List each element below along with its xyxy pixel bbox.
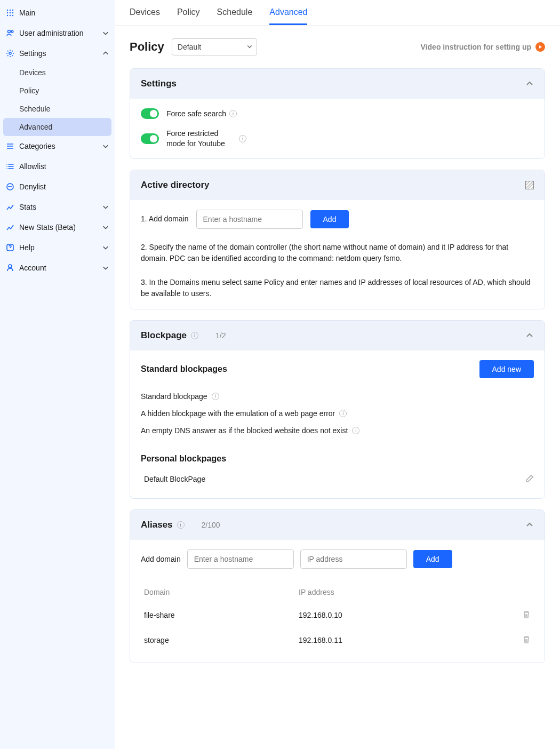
sidebar-item-label: Allowlist xyxy=(19,162,109,171)
panel-ad-header[interactable]: Active directory xyxy=(130,170,545,200)
sidebar-item-settings[interactable]: Settings xyxy=(0,43,115,63)
trash-icon[interactable] xyxy=(515,635,531,646)
sidebar-sub-advanced[interactable]: Advanced xyxy=(3,118,111,136)
user-icon xyxy=(5,263,15,273)
grid-icon xyxy=(5,8,15,18)
svg-point-10 xyxy=(11,30,13,33)
ad-step3-text: 3. In the Domains menu select same Polic… xyxy=(141,277,534,299)
alias-head-domain: Domain xyxy=(144,588,299,596)
alias-count: 2/100 xyxy=(202,521,220,529)
svg-point-0 xyxy=(7,10,8,11)
ad-domain-input[interactable] xyxy=(196,210,303,229)
panel-blockpage: Blockpage i 1/2 Standard blockpages Add … xyxy=(130,320,545,499)
alias-add-label: Add domain xyxy=(141,555,181,563)
tabbar: Devices Policy Schedule Advanced xyxy=(115,0,560,26)
info-icon[interactable]: i xyxy=(191,332,198,339)
info-icon[interactable]: i xyxy=(339,410,347,417)
sidebar-item-user-admin[interactable]: User administration xyxy=(0,23,115,43)
sidebar-sub-policy[interactable]: Policy xyxy=(0,82,115,100)
pencil-icon[interactable] xyxy=(525,474,534,484)
alias-domain: file-share xyxy=(144,611,299,619)
toggle-youtube-restricted[interactable] xyxy=(141,133,159,144)
personal-blockpages-header: Personal blockpages xyxy=(141,454,534,464)
sidebar-item-label: Main xyxy=(19,9,109,17)
sidebar-item-main[interactable]: Main xyxy=(0,3,115,23)
chevron-down-icon xyxy=(102,203,109,211)
toggle-safe-search[interactable] xyxy=(141,108,159,119)
sidebar-item-help[interactable]: Help xyxy=(0,237,115,258)
svg-point-8 xyxy=(12,15,13,16)
info-icon[interactable]: i xyxy=(352,427,359,434)
play-icon xyxy=(535,42,545,52)
panel-active-directory: Active directory 1. Add domain Add 2. Sp… xyxy=(130,170,545,309)
svg-point-4 xyxy=(10,12,11,13)
blockpage-row-label: Standard blockpage xyxy=(141,392,207,401)
svg-point-1 xyxy=(10,10,11,11)
svg-point-3 xyxy=(7,12,8,13)
chevron-up-icon xyxy=(525,521,534,529)
menu-icon xyxy=(5,141,15,151)
sidebar-item-label: Denylist xyxy=(19,182,109,191)
alias-row: storage 192.168.0.11 xyxy=(141,628,534,653)
sidebar-item-account[interactable]: Account xyxy=(0,258,115,278)
alias-ip-input[interactable] xyxy=(300,549,407,569)
sidebar-item-new-stats[interactable]: New Stats (Beta) xyxy=(0,217,115,237)
collapse-icon xyxy=(525,181,534,189)
alias-ip: 192.168.0.11 xyxy=(299,636,515,644)
info-icon[interactable]: i xyxy=(229,110,237,117)
tab-devices[interactable]: Devices xyxy=(130,0,160,25)
video-instruction-link[interactable]: Video instruction for setting up xyxy=(421,42,545,52)
panel-settings-header[interactable]: Settings xyxy=(130,69,545,99)
svg-point-6 xyxy=(7,15,8,16)
sidebar-item-label: Settings xyxy=(19,49,102,58)
sidebar-sub-schedule[interactable]: Schedule xyxy=(0,100,115,118)
blockpage-count: 1/2 xyxy=(215,331,226,340)
sidebar: Main User administration Settings Device… xyxy=(0,0,115,749)
chevron-down-icon xyxy=(102,224,109,231)
trash-icon[interactable] xyxy=(515,610,531,620)
policy-label: Policy xyxy=(130,40,164,54)
sidebar-item-denylist[interactable]: Denylist xyxy=(0,177,115,197)
video-link-label: Video instruction for setting up xyxy=(421,43,531,51)
add-new-blockpage-button[interactable]: Add new xyxy=(479,360,534,378)
sidebar-item-label: Help xyxy=(19,243,102,252)
panel-blockpage-header[interactable]: Blockpage i 1/2 xyxy=(130,321,545,350)
info-icon[interactable]: i xyxy=(177,521,185,529)
sidebar-item-stats[interactable]: Stats xyxy=(0,197,115,217)
panel-title: Aliases xyxy=(141,520,173,530)
policy-select[interactable]: Default xyxy=(172,38,257,55)
alias-row: file-share 192.168.0.10 xyxy=(141,603,534,628)
help-icon xyxy=(5,243,15,252)
main-content: Devices Policy Schedule Advanced Policy … xyxy=(115,0,560,749)
sidebar-item-allowlist[interactable]: Allowlist xyxy=(0,156,115,177)
ad-step1-label: 1. Add domain xyxy=(141,213,189,225)
chevron-up-icon xyxy=(525,331,534,340)
chart-icon xyxy=(5,202,15,212)
tab-schedule[interactable]: Schedule xyxy=(217,0,253,25)
chevron-down-icon xyxy=(102,264,109,272)
chevron-up-icon xyxy=(525,79,534,88)
chevron-down-icon xyxy=(102,244,109,251)
ad-add-button[interactable]: Add xyxy=(310,210,349,228)
info-icon[interactable]: i xyxy=(239,135,246,142)
sidebar-item-label: Stats xyxy=(19,203,102,211)
svg-point-7 xyxy=(10,15,11,16)
personal-blockpage-label: Default BlockPage xyxy=(141,475,205,483)
chevron-down-icon xyxy=(102,142,109,150)
sidebar-item-label: Account xyxy=(19,264,102,272)
svg-point-9 xyxy=(8,30,11,33)
sidebar-sub-devices[interactable]: Devices xyxy=(0,63,115,82)
info-icon[interactable]: i xyxy=(212,393,219,400)
gear-icon xyxy=(5,49,15,58)
sidebar-item-label: User administration xyxy=(19,29,102,37)
alias-add-button[interactable]: Add xyxy=(413,550,452,568)
panel-aliases-header[interactable]: Aliases i 2/100 xyxy=(130,510,545,540)
svg-point-11 xyxy=(9,52,11,54)
tab-policy[interactable]: Policy xyxy=(177,0,200,25)
sidebar-item-categories[interactable]: Categories xyxy=(0,136,115,156)
tab-advanced[interactable]: Advanced xyxy=(269,0,307,25)
panel-aliases: Aliases i 2/100 Add domain Add Domain IP… xyxy=(130,509,545,663)
chevron-up-icon xyxy=(102,50,109,57)
blockpage-row-label: An empty DNS answer as if the blocked we… xyxy=(141,426,348,435)
alias-hostname-input[interactable] xyxy=(187,549,294,569)
